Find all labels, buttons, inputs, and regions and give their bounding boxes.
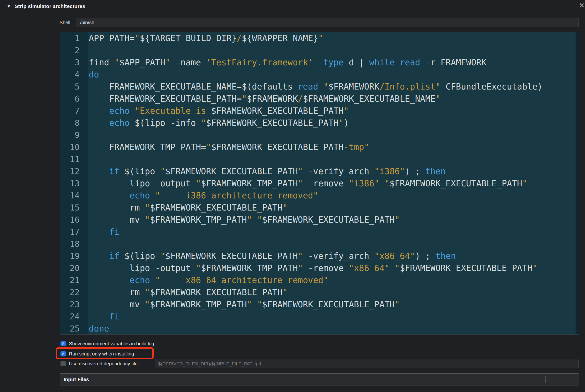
code-line[interactable]: 7 echo "Executable is $FRAMEWORK_EXECUTA… <box>60 105 576 117</box>
code-line[interactable]: 13 lipo -output "$FRAMEWORK_TMP_PATH" -r… <box>60 177 576 190</box>
code-line[interactable]: 21 echo " x86_64 architecture removed" <box>60 274 576 286</box>
show-env-vars-checkbox[interactable]: ✓ <box>60 341 66 346</box>
shell-input[interactable] <box>76 18 579 27</box>
code-line[interactable]: 15 rm "$FRAMEWORK_EXECUTABLE_PATH" <box>60 202 576 214</box>
close-icon[interactable]: ✕ <box>579 2 585 9</box>
code-line[interactable]: 1APP_PATH="${TARGET_BUILD_DIR}/${WRAPPER… <box>60 32 576 44</box>
code-line[interactable]: 5 FRAMEWORK_EXECUTABLE_NAME=$(defaults r… <box>60 80 576 93</box>
code-segment: while <box>369 58 395 67</box>
code-line[interactable]: 6 FRAMEWORK_EXECUTABLE_PATH="$FRAMEWORK/… <box>60 93 576 105</box>
code-segment: echo <box>130 275 150 285</box>
code-segment: then <box>425 166 446 176</box>
code-line[interactable]: 20 lipo -output "$FRAMEWORK_TMP_PATH" -r… <box>60 262 576 274</box>
option-show-env-vars: ✓ Show environment variables in build lo… <box>60 340 154 347</box>
code-segment: lipo -output <box>89 178 196 188</box>
code-segment: echo <box>109 106 129 116</box>
code-segment: " <box>160 166 165 176</box>
code-segment: " <box>395 215 400 224</box>
script-phase-header: ▼ Strip simulator architectures <box>0 0 585 12</box>
code-segment: $(lipo <box>119 166 160 176</box>
code-segment: " <box>145 215 150 224</box>
code-segment: " <box>247 300 252 309</box>
code-line[interactable]: 12 if $(lipo "$FRAMEWORK_EXECUTABLE_PATH… <box>60 165 576 177</box>
code-segment: $FRAMEWORK_EXECUTABLE_PATH <box>211 142 344 152</box>
code-segment: " <box>323 82 328 92</box>
code-line[interactable]: 24 fi <box>60 310 576 322</box>
code-segment: FRAMEWORK_TMP_PATH= <box>89 142 206 152</box>
line-number: 20 <box>60 263 88 273</box>
code-text: lipo -output "$FRAMEWORK_TMP_PATH" -remo… <box>88 178 527 188</box>
checkmark-icon: ✓ <box>61 352 65 356</box>
code-text: echo " i386 architecture removed" <box>88 191 318 200</box>
line-number: 21 <box>60 275 88 285</box>
code-line[interactable]: 8 echo $(lipo -info "$FRAMEWORK_EXECUTAB… <box>60 117 576 129</box>
code-text: if $(lipo "$FRAMEWORK_EXECUTABLE_PATH" -… <box>88 251 456 261</box>
line-number: 6 <box>60 94 88 104</box>
code-segment <box>89 312 109 321</box>
line-number: 25 <box>60 324 88 334</box>
phase-title: Strip simulator architectures <box>15 4 85 9</box>
code-segment: " <box>298 166 303 176</box>
code-line[interactable]: 23 mv "$FRAMEWORK_TMP_PATH" "$FRAMEWORK_… <box>60 298 576 310</box>
code-line[interactable]: 2 <box>60 44 576 56</box>
code-segment: lipo -output <box>89 263 196 273</box>
code-segment: " <box>206 142 211 152</box>
code-segment: " <box>298 251 303 261</box>
code-segment: $FRAMEWORK_EXECUTABLE_PATH <box>165 251 298 261</box>
code-segment: -verify_arch <box>303 166 374 176</box>
code-segment: $(lipo -info <box>130 118 201 128</box>
option-run-when-installing: ✓ Run script only when installing <box>60 350 134 357</box>
code-segment: $(lipo <box>119 251 160 261</box>
code-line[interactable]: 4do <box>60 68 576 80</box>
script-code-editor[interactable]: 1APP_PATH="${TARGET_BUILD_DIR}/${WRAPPER… <box>60 32 579 335</box>
line-number: 11 <box>60 154 88 164</box>
dependency-file-input[interactable] <box>155 360 579 368</box>
code-segment <box>89 275 130 285</box>
code-segment: " <box>298 178 303 188</box>
run-when-installing-label[interactable]: Run script only when installing <box>69 351 134 357</box>
code-segment: " <box>196 178 201 188</box>
code-segment: $FRAMEWORK_EXECUTABLE_PATH <box>400 263 532 273</box>
code-text: rm "$FRAMEWORK_EXECUTABLE_PATH" <box>88 203 288 212</box>
line-number: 12 <box>60 166 88 176</box>
code-line[interactable]: 10 FRAMEWORK_TMP_PATH="$FRAMEWORK_EXECUT… <box>60 141 576 153</box>
code-segment: / <box>298 94 303 104</box>
code-line[interactable]: 18 <box>60 238 576 250</box>
code-segment: echo <box>109 118 129 128</box>
code-text: APP_PATH="${TARGET_BUILD_DIR}/${WRAPPER_… <box>88 34 323 43</box>
editor-scrollbar[interactable] <box>576 32 579 334</box>
code-segment: rm <box>89 203 145 212</box>
code-segment: " <box>145 288 150 297</box>
input-files-section-bar: Input Files <box>60 373 579 386</box>
code-line[interactable]: 25done <box>60 322 576 335</box>
dependency-file-label[interactable]: Use discovered dependency file: <box>69 361 139 366</box>
code-editor-lines[interactable]: 1APP_PATH="${TARGET_BUILD_DIR}/${WRAPPER… <box>60 32 576 335</box>
disclosure-triangle-icon[interactable]: ▼ <box>7 4 11 8</box>
line-number: 19 <box>60 251 88 261</box>
line-number: 5 <box>60 82 88 92</box>
shell-label: Shell <box>59 18 70 27</box>
code-segment <box>130 106 135 116</box>
code-text: mv "$FRAMEWORK_TMP_PATH" "$FRAMEWORK_EXE… <box>88 215 400 224</box>
code-line[interactable]: 11 <box>60 153 576 165</box>
line-number: 9 <box>60 130 88 140</box>
code-segment: 'TestFairy.framework' <box>206 58 313 67</box>
code-line[interactable]: 19 if $(lipo "$FRAMEWORK_EXECUTABLE_PATH… <box>60 250 576 262</box>
code-line[interactable]: 22 rm "$FRAMEWORK_EXECUTABLE_PATH" <box>60 286 576 298</box>
code-segment: $FRAMEWORK <box>328 82 379 92</box>
code-segment <box>150 191 155 200</box>
code-segment <box>252 300 257 309</box>
code-segment: -type <box>318 58 344 67</box>
code-segment: " <box>135 34 140 43</box>
show-env-vars-label[interactable]: Show environment variables in build log <box>69 341 154 346</box>
code-text: done <box>88 324 109 334</box>
code-line[interactable]: 3find "$APP_PATH" -name 'TestFairy.frame… <box>60 56 576 68</box>
code-line[interactable]: 14 echo " i386 architecture removed" <box>60 190 576 202</box>
code-segment: mv <box>89 215 145 224</box>
code-line[interactable]: 17 fi <box>60 226 576 238</box>
code-line[interactable]: 16 mv "$FRAMEWORK_TMP_PATH" "$FRAMEWORK_… <box>60 214 576 226</box>
run-when-installing-checkbox[interactable]: ✓ <box>60 351 66 356</box>
code-segment: $FRAMEWORK_EXECUTABLE_PATH <box>211 106 344 116</box>
code-line[interactable]: 9 <box>60 129 576 141</box>
dependency-file-checkbox[interactable]: ✓ <box>60 361 66 366</box>
